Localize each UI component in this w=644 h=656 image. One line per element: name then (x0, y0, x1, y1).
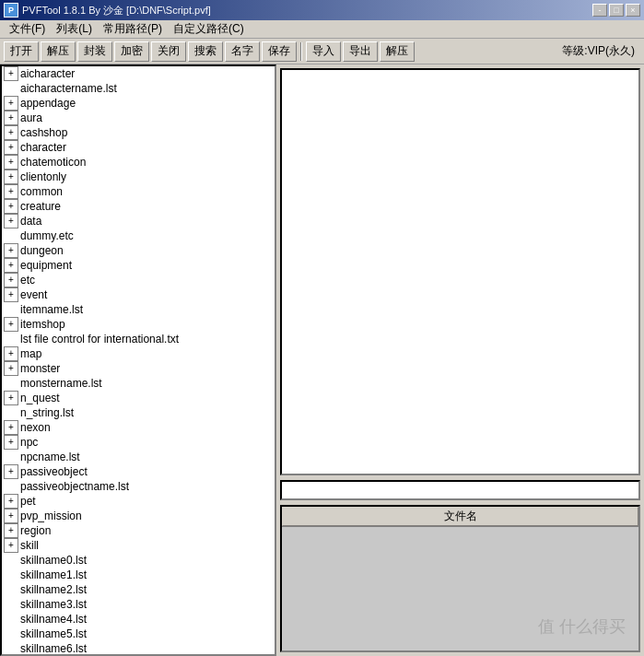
expand-icon[interactable]: + (4, 214, 18, 228)
tree-item[interactable]: +character (2, 140, 275, 155)
expand-icon[interactable]: + (4, 66, 18, 81)
tree-item-label: chatemoticon (20, 155, 86, 170)
tree-item[interactable]: +event (2, 287, 275, 302)
tree-item-label: n_quest (20, 391, 60, 405)
expand-icon[interactable]: + (4, 96, 18, 111)
tree-item[interactable]: +monster (2, 361, 275, 376)
maximize-button[interactable]: □ (609, 4, 624, 17)
expand-icon[interactable]: + (4, 243, 18, 258)
close-button[interactable]: × (626, 4, 640, 17)
file-tree[interactable]: +aicharacteraicharactername.lst+appendag… (0, 64, 276, 656)
import-button[interactable]: 导入 (306, 41, 341, 62)
expand-icon[interactable]: + (4, 346, 18, 361)
tree-item[interactable]: +itemshop (2, 317, 275, 332)
tree-item[interactable]: lst file control for international.txt (2, 332, 275, 346)
expand-icon[interactable]: + (4, 361, 18, 376)
tree-item[interactable]: +pvp_mission (2, 509, 275, 523)
expand-icon[interactable]: + (4, 155, 18, 170)
tree-item[interactable]: skillname3.lst (2, 597, 275, 612)
close-file-button[interactable]: 关闭 (151, 41, 186, 62)
expand-icon[interactable]: + (4, 140, 18, 155)
tree-item[interactable]: +appendage (2, 96, 275, 111)
tree-item[interactable]: skillname4.lst (2, 612, 275, 627)
expand-icon[interactable]: + (4, 509, 18, 523)
tree-item[interactable]: +aicharacter (2, 66, 275, 81)
table-header: 文件名 (282, 507, 638, 527)
expand-icon[interactable]: + (4, 199, 18, 214)
menu-custom-path[interactable]: 自定义路径(C) (168, 19, 250, 39)
expand-icon[interactable]: + (4, 538, 18, 553)
tree-item[interactable]: +aura (2, 111, 275, 125)
tree-item-label: skillname6.lst (20, 641, 87, 656)
tree-item-label: appendage (20, 96, 76, 111)
name-button[interactable]: 名字 (225, 41, 260, 62)
tree-item[interactable]: +pet (2, 494, 275, 509)
tree-item-label: aicharactername.lst (20, 81, 117, 96)
expand-icon[interactable]: + (4, 273, 18, 287)
tree-item[interactable]: n_string.lst (2, 405, 275, 420)
tree-item[interactable]: skillname5.lst (2, 627, 275, 641)
tree-item[interactable]: +common (2, 184, 275, 199)
tree-item[interactable]: +data (2, 214, 275, 228)
tree-item[interactable]: itemname.lst (2, 302, 275, 317)
tree-item[interactable]: +nexon (2, 420, 275, 435)
menu-common-path[interactable]: 常用路径(P) (98, 19, 168, 39)
tree-item[interactable]: npcname.lst (2, 450, 275, 464)
tree-item[interactable]: passiveobjectname.lst (2, 479, 275, 494)
tree-item-label: pvp_mission (20, 509, 82, 523)
tree-item[interactable]: +creature (2, 199, 275, 214)
expand-icon[interactable]: + (4, 523, 18, 538)
toolbar: 打开 解压 封装 加密 关闭 搜索 名字 保存 导入 导出 解压 等级:VIP(… (0, 39, 644, 64)
tree-item-label: itemshop (20, 317, 65, 332)
tree-item[interactable]: +n_quest (2, 391, 275, 405)
search-row (280, 479, 640, 501)
tree-item[interactable]: +npc (2, 435, 275, 450)
tree-item[interactable]: skillname0.lst (2, 553, 275, 568)
expand-icon[interactable]: + (4, 435, 18, 450)
tree-item[interactable]: skillname2.lst (2, 582, 275, 597)
tree-item[interactable]: +skill (2, 538, 275, 553)
search-input[interactable] (280, 480, 640, 500)
tree-item[interactable]: +dungeon (2, 243, 275, 258)
tree-item[interactable]: +equipment (2, 258, 275, 273)
tree-item[interactable]: +cashshop (2, 125, 275, 140)
expand-icon[interactable]: + (4, 317, 18, 332)
decompress-button[interactable]: 解压 (41, 41, 76, 62)
tree-item[interactable]: aicharactername.lst (2, 81, 275, 96)
tree-item[interactable]: +chatemoticon (2, 155, 275, 170)
expand-icon[interactable]: + (4, 494, 18, 509)
menu-list[interactable]: 列表(L) (51, 19, 98, 39)
expand-icon[interactable]: + (4, 420, 18, 435)
expand-icon[interactable]: + (4, 111, 18, 125)
expand-icon[interactable]: + (4, 184, 18, 199)
menu-file[interactable]: 文件(F) (4, 19, 51, 39)
tree-item[interactable]: monstername.lst (2, 376, 275, 391)
tree-item-label: skillname0.lst (20, 553, 87, 568)
pack-button[interactable]: 封装 (77, 41, 112, 62)
right-panel: 文件名 (276, 64, 644, 656)
tree-item[interactable]: +etc (2, 273, 275, 287)
tree-item[interactable]: +region (2, 523, 275, 538)
expand-icon[interactable]: + (4, 170, 18, 184)
tree-item[interactable]: +passiveobject (2, 464, 275, 479)
expand-icon[interactable]: + (4, 287, 18, 302)
open-button[interactable]: 打开 (4, 41, 39, 62)
export-button[interactable]: 导出 (343, 41, 378, 62)
expand-icon[interactable]: + (4, 464, 18, 479)
tree-item-label: data (20, 214, 41, 228)
file-table: 文件名 (280, 505, 640, 652)
expand-icon[interactable]: + (4, 258, 18, 273)
tree-item[interactable]: skillname6.lst (2, 641, 275, 656)
encrypt-button[interactable]: 加密 (114, 41, 149, 62)
tree-item[interactable]: +map (2, 346, 275, 361)
app-icon: P (4, 3, 18, 18)
tree-item[interactable]: +clientonly (2, 170, 275, 184)
search-button[interactable]: 搜索 (188, 41, 223, 62)
expand-icon[interactable]: + (4, 391, 18, 405)
minimize-button[interactable]: - (592, 4, 607, 17)
decompress2-button[interactable]: 解压 (380, 41, 415, 62)
tree-item[interactable]: skillname1.lst (2, 568, 275, 582)
save-button[interactable]: 保存 (262, 41, 297, 62)
tree-item[interactable]: dummy.etc (2, 228, 275, 243)
expand-icon[interactable]: + (4, 125, 18, 140)
